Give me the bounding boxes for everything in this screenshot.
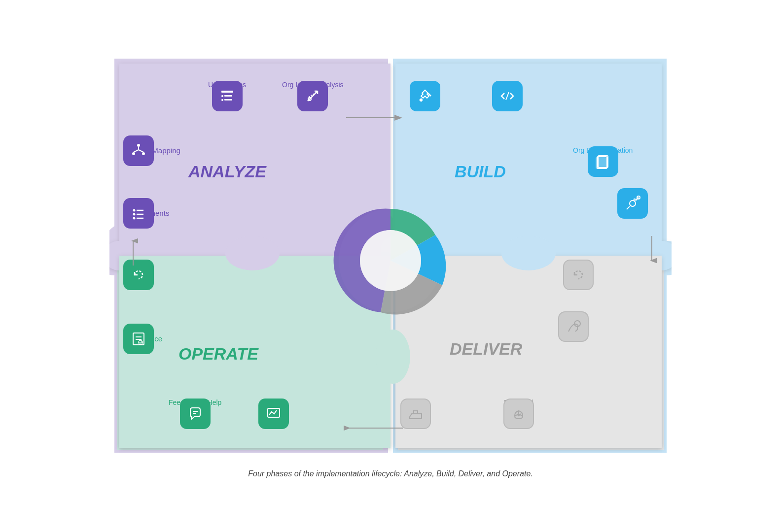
build-label: BUILD xyxy=(455,162,506,181)
analyze-label: ANALYZE xyxy=(188,162,266,181)
svg-point-47 xyxy=(360,230,421,291)
main-container: ANALYZE BUILD OPERATE DELIVER Pro xyxy=(45,34,736,498)
test-icon[interactable] xyxy=(617,188,648,219)
svg-point-21 xyxy=(133,213,136,215)
code-item: Code xyxy=(499,81,515,89)
data-load-item: Data load xyxy=(504,399,533,406)
backup-icon[interactable] xyxy=(563,260,594,290)
compliance-item: Compliance xyxy=(123,334,162,343)
restore-item: Restore xyxy=(123,270,149,279)
process-mapping-icon[interactable] xyxy=(123,135,154,166)
caption: Four phases of the implementation lifecy… xyxy=(248,469,532,478)
requirements-icon[interactable] xyxy=(123,198,154,229)
data-load-icon[interactable] xyxy=(503,399,534,429)
svg-point-4 xyxy=(132,152,135,155)
svg-line-26 xyxy=(506,92,509,100)
release-item: Release xyxy=(403,399,428,406)
arrow-analyze-build xyxy=(346,113,405,123)
feedback-icon[interactable] xyxy=(180,399,211,429)
svg-point-19 xyxy=(133,209,136,211)
svg-point-23 xyxy=(133,217,136,219)
deploy-item: Deploy xyxy=(558,322,581,331)
svg-point-36 xyxy=(139,340,142,344)
backup-item: Backup xyxy=(563,270,588,279)
org-impact-item: Org Impact Analysis xyxy=(282,81,344,89)
svg-rect-29 xyxy=(596,158,606,168)
svg-line-7 xyxy=(134,150,139,152)
code-icon[interactable] xyxy=(492,81,523,111)
svg-line-8 xyxy=(139,150,143,152)
svg-point-32 xyxy=(634,198,636,200)
deliver-label: DELIVER xyxy=(450,339,522,359)
compliance-icon[interactable] xyxy=(123,324,154,354)
arrow-build-deliver xyxy=(647,236,657,266)
overlay-items: ANALYZE BUILD OPERATE DELIVER Pro xyxy=(109,54,672,458)
svg-point-12 xyxy=(221,99,223,101)
user-stories-icon[interactable] xyxy=(212,81,243,111)
arrow-deliver-operate xyxy=(344,423,403,433)
org-doc-icon[interactable] xyxy=(588,146,618,177)
svg-point-5 xyxy=(142,152,145,155)
svg-point-3 xyxy=(137,144,140,147)
center-ring xyxy=(321,192,460,332)
operate-label: OPERATE xyxy=(178,344,258,364)
org-impact-icon[interactable] xyxy=(297,81,328,111)
test-item: Test xyxy=(617,199,631,207)
process-mapping-item: Process Mapping xyxy=(123,146,180,155)
arrow-operate-analyze xyxy=(128,236,138,266)
monitor-icon[interactable] xyxy=(258,399,289,429)
monitor-item: Monitor xyxy=(262,399,285,406)
release-icon[interactable] xyxy=(400,399,431,429)
configure-icon[interactable] xyxy=(410,81,440,111)
user-stories-item: User Stories xyxy=(208,81,246,89)
configure-item: Configure xyxy=(410,81,440,89)
requirements-item: Requirements xyxy=(123,209,169,217)
svg-rect-9 xyxy=(221,91,233,93)
org-doc-item: Org Documentation xyxy=(573,146,633,154)
svg-rect-13 xyxy=(224,99,232,100)
feedback-item: Feedback & Help xyxy=(169,399,221,406)
svg-point-10 xyxy=(221,95,223,97)
svg-rect-11 xyxy=(224,95,232,97)
diagram: ANALYZE BUILD OPERATE DELIVER Pro xyxy=(109,54,672,458)
deploy-icon[interactable] xyxy=(558,311,589,342)
svg-point-30 xyxy=(630,200,636,206)
